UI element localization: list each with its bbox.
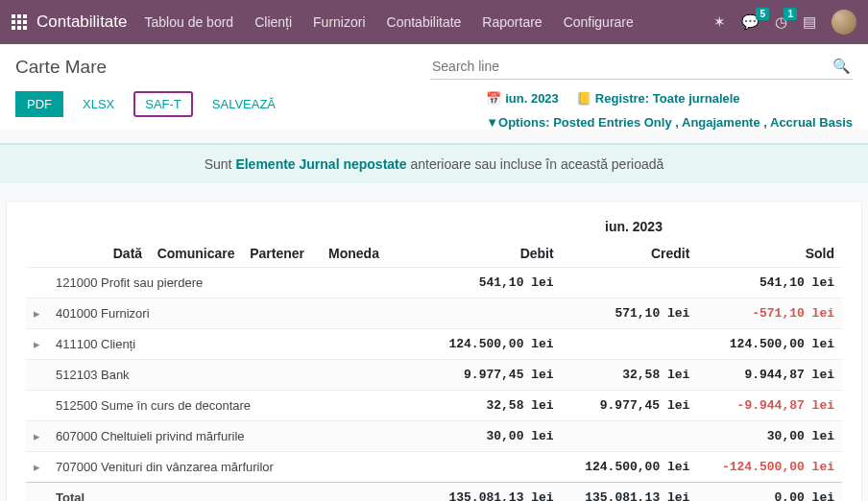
menu-dashboard[interactable]: Tablou de bord [145, 14, 234, 30]
saft-button[interactable]: SAF-T [133, 91, 193, 117]
ledger-table: iun. 2023 Dată Comunicare Partener Moned… [26, 219, 842, 501]
balance-cell: -571,10 lei [697, 298, 842, 329]
total-balance: 0,00 lei [697, 483, 842, 502]
period-header: iun. 2023 [425, 219, 842, 240]
menu-vendors[interactable]: Furnizori [313, 14, 365, 30]
total-credit: 135.081,13 lei [562, 483, 698, 502]
expand-caret-icon[interactable]: ▸ [26, 329, 48, 360]
search-box[interactable]: 🔍 [430, 54, 853, 80]
xlsx-button[interactable]: XLSX [73, 91, 124, 117]
search-icon[interactable]: 🔍 [832, 58, 851, 75]
period-filter[interactable]: 📅iun. 2023 [486, 91, 559, 106]
col-credit: Credit [562, 240, 698, 268]
account-name: 411100 Clienți [48, 329, 312, 360]
expand-caret-icon[interactable]: ▸ [26, 298, 48, 329]
credit-cell [562, 268, 698, 298]
debit-cell: 124.500,00 lei [425, 329, 562, 360]
warning-banner[interactable]: Sunt Elemente Jurnal nepostate anterioar… [0, 143, 868, 183]
credit-cell [562, 421, 698, 452]
col-partner: Partener [250, 246, 304, 261]
account-name: 121000 Profit sau pierdere [48, 268, 312, 298]
table-row[interactable]: ▸607000 Cheltuieli privind mărfurile30,0… [26, 421, 842, 452]
credit-cell: 9.977,45 lei [562, 391, 698, 421]
table-row[interactable]: 121000 Profit sau pierdere541,10 lei541,… [26, 268, 842, 298]
menu-customers[interactable]: Clienți [254, 14, 292, 30]
account-name: 607000 Cheltuieli privind mărfurile [48, 421, 312, 452]
balance-cell: 9.944,87 lei [697, 360, 842, 391]
options-filter[interactable]: ▼Options: Posted Entries Only , Angajame… [486, 115, 853, 130]
table-row[interactable]: 512103 Bank9.977,45 lei32,58 lei9.944,87… [26, 360, 842, 391]
filter-panel: 📅iun. 2023 📒Registre: Toate jurnalele ▼O… [486, 91, 853, 130]
bug-icon[interactable]: ✶ [713, 13, 726, 31]
debit-cell: 32,58 lei [425, 391, 562, 421]
save-button[interactable]: SALVEAZĂ [203, 91, 285, 117]
menu-reporting[interactable]: Raportare [482, 14, 542, 30]
expand-caret-icon[interactable]: ▸ [26, 452, 48, 483]
total-debit: 135.081,13 lei [425, 483, 562, 502]
avatar[interactable] [832, 10, 856, 35]
journals-filter[interactable]: 📒Registre: Toate jurnalele [576, 91, 740, 106]
app-name[interactable]: Contabilitate [36, 12, 128, 32]
account-name: 401000 Furnizori [48, 298, 312, 329]
col-comm: Comunicare [157, 246, 235, 261]
account-name: 512500 Sume în curs de decontare [48, 391, 312, 421]
banner-link[interactable]: Elemente Jurnal nepostate [235, 156, 406, 172]
messages-badge: 5 [756, 8, 769, 20]
menu-accounting[interactable]: Contabilitate [387, 14, 462, 30]
main-menu: Tablou de bord Clienți Furnizori Contabi… [145, 14, 634, 30]
search-input[interactable] [432, 59, 832, 74]
filter-icon: ▼ [486, 115, 498, 130]
action-buttons: PDF XLSX SAF-T SALVEAZĂ [15, 91, 285, 117]
balance-cell: 30,00 lei [697, 421, 842, 452]
apps-icon[interactable] [12, 14, 27, 30]
topbar: Contabilitate Tablou de bord Clienți Fur… [0, 0, 868, 44]
table-row[interactable]: 512500 Sume în curs de decontare32,58 le… [26, 391, 842, 421]
balance-cell: -9.944,87 lei [697, 391, 842, 421]
credit-cell: 124.500,00 lei [562, 452, 698, 483]
col-currency: Moneda [312, 240, 387, 268]
topbar-right: ✶ 💬5 ◷1 ▤ [713, 10, 856, 35]
pdf-button[interactable]: PDF [15, 91, 63, 117]
debit-cell: 9.977,45 lei [425, 360, 562, 391]
account-name: 512103 Bank [48, 360, 312, 391]
expand-caret-icon[interactable]: ▸ [26, 421, 48, 452]
expand-caret-icon [26, 391, 48, 421]
total-label: Total [48, 483, 312, 502]
debit-cell [425, 452, 562, 483]
report-area: iun. 2023 Dată Comunicare Partener Moned… [0, 183, 868, 501]
expand-caret-icon [26, 268, 48, 298]
balance-cell: 541,10 lei [697, 268, 842, 298]
total-row: Total135.081,13 lei135.081,13 lei0,00 le… [26, 483, 842, 502]
credit-cell: 571,10 lei [562, 298, 698, 329]
content-header: Carte Mare 🔍 PDF XLSX SAF-T SALVEAZĂ 📅iu… [0, 44, 868, 130]
page-title: Carte Mare [15, 57, 107, 78]
account-name: 707000 Venituri din vânzarea mărfurilor [48, 452, 312, 483]
table-row[interactable]: ▸411100 Clienți124.500,00 lei124.500,00 … [26, 329, 842, 360]
credit-cell [562, 329, 698, 360]
expand-caret-icon [26, 360, 48, 391]
debit-cell: 541,10 lei [425, 268, 562, 298]
debit-cell [425, 298, 562, 329]
debit-cell: 30,00 lei [425, 421, 562, 452]
menu-configuration[interactable]: Configurare [564, 14, 634, 30]
table-row[interactable]: ▸707000 Venituri din vânzarea mărfurilor… [26, 452, 842, 483]
balance-cell: -124.500,00 lei [697, 452, 842, 483]
docs-icon[interactable]: ▤ [803, 13, 816, 31]
activities-icon[interactable]: ◷1 [775, 13, 787, 31]
table-row[interactable]: ▸401000 Furnizori571,10 lei-571,10 lei [26, 298, 842, 329]
activities-badge: 1 [784, 8, 797, 20]
messages-icon[interactable]: 💬5 [741, 13, 760, 31]
book-icon: 📒 [576, 91, 591, 106]
calendar-icon: 📅 [486, 91, 501, 106]
col-debit: Debit [425, 240, 562, 268]
credit-cell: 32,58 lei [562, 360, 698, 391]
col-balance: Sold [697, 240, 842, 268]
col-date: Dată [113, 246, 142, 261]
balance-cell: 124.500,00 lei [697, 329, 842, 360]
